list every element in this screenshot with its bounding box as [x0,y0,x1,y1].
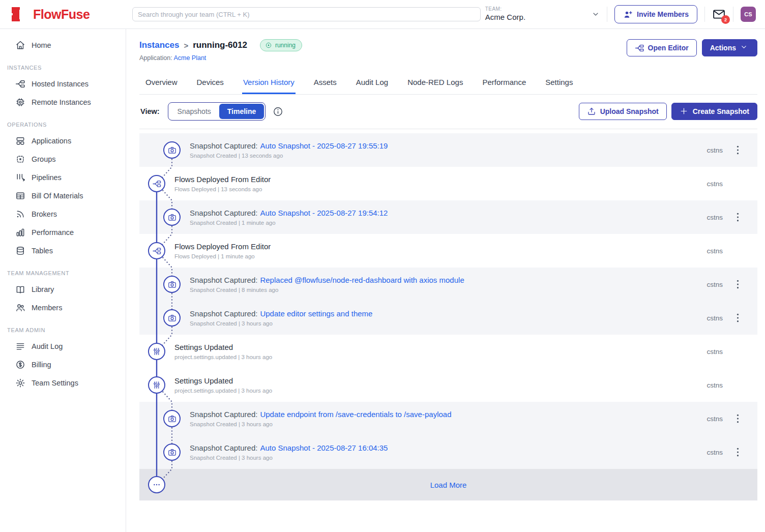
version-history-toolbar: View: Snapshots Timeline Upload Snapshot… [139,95,757,129]
kebab-menu-icon[interactable] [733,312,742,324]
row-user: cstns [707,381,723,389]
home-icon [15,40,25,50]
tab-version-history[interactable]: Version History [242,74,296,94]
row-meta: project.settings.updated | 3 hours ago [174,388,272,394]
snapshot-link[interactable]: Auto Snapshot - 2025-08-27 19:54:12 [260,209,388,217]
view-toggle: Snapshots Timeline [168,102,266,121]
toggle-snapshots[interactable]: Snapshots [169,104,219,119]
kebab-menu-icon[interactable] [733,211,742,223]
row-meta: Flows Deployed | 1 minute ago [174,253,271,259]
snapshot-link[interactable]: Auto Snapshot - 2025-08-27 16:04:35 [260,444,388,452]
sidebar-item-bill-of-materials[interactable]: Bill Of Materials [0,187,126,205]
camera-icon [163,141,181,159]
breadcrumb-instances-link[interactable]: Instances [139,40,179,50]
snapshot-prefix: Snapshot Captured: [190,141,257,150]
brand-name: FlowFuse [33,7,90,22]
divider [733,7,733,22]
create-snapshot-button[interactable]: Create Snapshot [671,103,757,120]
info-icon[interactable] [273,106,283,117]
applications-icon [15,136,25,146]
application-link[interactable]: Acme Plant [173,54,206,62]
team-name: Acme Corp. [485,13,525,22]
users-icon [15,303,25,313]
upload-icon [587,107,596,116]
flowfuse-logo-icon [11,7,28,22]
row-meta: Snapshot Created | 3 hours ago [190,421,452,427]
snapshot-link[interactable]: Update editor settings and theme [260,309,372,318]
sidebar-item-pipelines[interactable]: Pipelines [0,168,126,187]
upload-snapshot-button[interactable]: Upload Snapshot [579,103,667,120]
row-user: cstns [707,415,723,423]
tab-assets[interactable]: Assets [313,74,338,94]
snapshot-prefix: Snapshot Captured: [190,309,257,318]
notifications-button[interactable]: 2 [712,8,726,20]
kebab-menu-icon[interactable] [733,278,742,290]
tab-node-red-logs[interactable]: Node-RED Logs [406,74,464,94]
sidebar-item-label: Bill Of Materials [32,192,83,200]
tab-audit-log[interactable]: Audit Log [355,74,389,94]
sidebar-item-label: Library [32,285,54,293]
camera-icon [163,309,181,327]
sidebar-item-label: Hosted Instances [32,80,89,88]
tab-settings[interactable]: Settings [544,74,574,94]
kebab-menu-icon[interactable] [733,144,742,156]
sidebar-item-team-settings[interactable]: Team Settings [0,374,126,392]
kebab-menu-icon[interactable] [733,446,742,458]
sidebar-item-brokers[interactable]: Brokers [0,205,126,223]
sidebar-item-label: Billing [32,361,51,369]
sidebar-item-label: Members [32,304,62,312]
snapshot-prefix: Snapshot Captured: [190,276,257,284]
row-user: cstns [707,214,723,221]
tab-performance[interactable]: Performance [481,74,527,94]
sidebar-item-tables[interactable]: Tables [0,242,126,260]
sidebar-item-audit-log[interactable]: Audit Log [0,337,126,356]
actions-label: Actions [710,44,736,52]
ellipsis-icon [148,476,165,493]
row-user: cstns [707,449,723,456]
sidebar-item-home[interactable]: Home [0,36,126,54]
event-title: Settings Updated [174,343,272,351]
timeline-row-snapshot: Snapshot Captured:Update editor settings… [139,301,757,335]
sidebar-item-label: Applications [32,137,71,145]
bar-chart-icon [15,227,25,238]
event-title: Flows Deployed From Editor [174,242,271,251]
sidebar-item-label: Audit Log [32,342,63,350]
sidebar-item-applications[interactable]: Applications [0,132,126,150]
row-meta: Snapshot Created | 3 hours ago [190,455,388,461]
sidebar-item-members[interactable]: Members [0,299,126,317]
tab-devices[interactable]: Devices [196,74,225,94]
flowfuse-logo[interactable]: FlowFuse [0,7,126,22]
sidebar-item-groups[interactable]: Groups [0,150,126,168]
row-user: cstns [707,314,723,322]
sidebar-item-hosted-instances[interactable]: Hosted Instances [0,75,126,93]
actions-button[interactable]: Actions [702,39,757,56]
snapshot-link[interactable]: Replaced @flowfuse/node-red-dashboard wi… [260,276,464,284]
row-user: cstns [707,281,723,288]
sidebar: Home INSTANCES Hosted Instances Remote I… [0,29,126,532]
toggle-timeline[interactable]: Timeline [219,104,264,119]
load-more-button[interactable]: Load More [430,481,467,489]
snapshot-link[interactable]: Auto Snapshot - 2025-08-27 19:55:19 [260,141,388,150]
search-input[interactable] [132,7,481,21]
kebab-menu-icon[interactable] [733,412,742,425]
open-editor-button[interactable]: Open Editor [627,39,697,56]
divider [607,7,607,22]
breadcrumb-separator: > [184,41,188,50]
sidebar-item-performance[interactable]: Performance [0,223,126,242]
invite-members-button[interactable]: Invite Members [614,5,697,23]
sidebar-item-label: Performance [32,228,74,237]
snapshot-prefix: Snapshot Captured: [190,209,257,217]
main-content: Instances > running-6012 running Applica… [126,29,765,500]
team-selector[interactable]: TEAM: Acme Corp. [485,6,600,22]
tab-overview[interactable]: Overview [144,74,179,94]
user-plus-icon [623,10,633,19]
cpu-icon [15,97,25,107]
snapshot-link[interactable]: Update endpoint from /save-credentials t… [260,410,451,419]
sidebar-item-library[interactable]: Library [0,280,126,299]
notification-count-badge: 2 [721,15,730,24]
row-meta: Snapshot Created | 1 minute ago [190,220,388,226]
sidebar-item-billing[interactable]: Billing [0,356,126,374]
user-avatar[interactable]: CS [741,7,756,22]
sidebar-item-remote-instances[interactable]: Remote Instances [0,93,126,111]
open-editor-label: Open Editor [648,44,689,52]
